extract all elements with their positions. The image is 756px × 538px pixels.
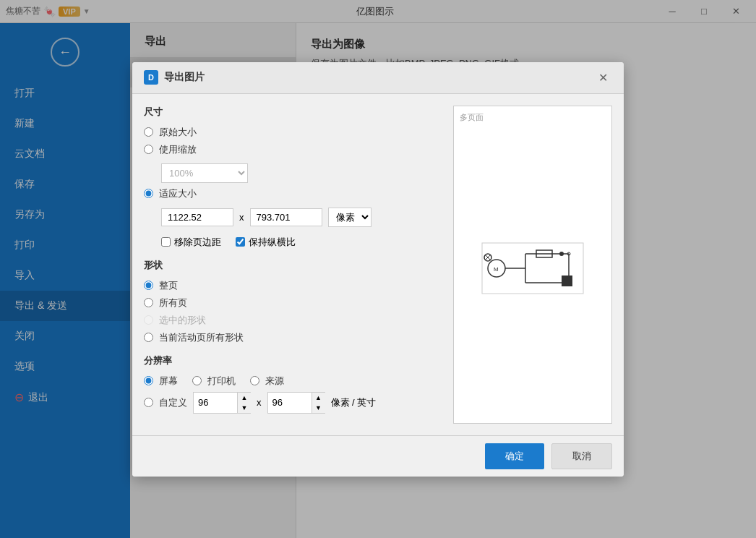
size-section: 尺寸 原始大小 使用缩放 100% bbox=[144, 106, 442, 249]
res-custom-radio[interactable] bbox=[144, 398, 153, 407]
res-custom-input1: ▲ ▼ bbox=[193, 392, 251, 414]
shape-selected-label[interactable]: 选中的形状 bbox=[159, 314, 206, 327]
shape-allpages-label[interactable]: 所有页 bbox=[159, 296, 187, 309]
shape-section: 形状 整页 所有页 选中的形状 bbox=[144, 259, 442, 344]
size-fit-radio[interactable] bbox=[144, 189, 153, 198]
res-custom-radio-row: 自定义 bbox=[144, 396, 187, 409]
shape-selected-row: 选中的形状 bbox=[144, 314, 442, 327]
dialog-settings: 尺寸 原始大小 使用缩放 100% bbox=[144, 106, 442, 424]
dialog-preview: 多页面 M bbox=[453, 106, 612, 424]
res-val1-input[interactable] bbox=[194, 394, 237, 411]
shape-current-radio[interactable] bbox=[144, 333, 153, 342]
res-source-radio[interactable] bbox=[250, 376, 259, 385]
svg-rect-11 bbox=[562, 276, 572, 286]
res-val2-input[interactable] bbox=[268, 394, 312, 411]
size-x-separator: x bbox=[239, 212, 244, 223]
shape-current-label[interactable]: 当前活动页所有形状 bbox=[159, 331, 244, 344]
resolution-section: 分辨率 屏幕 打印机 来源 bbox=[144, 354, 442, 414]
zoom-row: 100% bbox=[144, 163, 442, 183]
size-zoom-row: 使用缩放 bbox=[144, 143, 442, 156]
svg-point-9 bbox=[559, 252, 564, 256]
dialog-title-bar: D 导出图片 ✕ bbox=[132, 62, 624, 94]
res-x-separator: x bbox=[257, 397, 262, 408]
shape-radio-group: 整页 所有页 选中的形状 当前活动页所有形状 bbox=[144, 279, 442, 344]
res-custom-label[interactable]: 自定义 bbox=[159, 396, 187, 409]
size-original-row: 原始大小 bbox=[144, 126, 442, 139]
preview-area: 多页面 M bbox=[454, 106, 611, 423]
keep-ratio-checkbox[interactable] bbox=[236, 237, 245, 247]
res-screen-label[interactable]: 屏幕 bbox=[159, 375, 178, 388]
size-input-row: x 像素 bbox=[144, 208, 442, 227]
res-screen-row: 屏幕 bbox=[144, 375, 178, 388]
res-screen-radio[interactable] bbox=[144, 376, 153, 385]
svg-text:M: M bbox=[494, 266, 499, 273]
shape-selected-radio[interactable] bbox=[144, 315, 153, 325]
preview-label: 多页面 bbox=[460, 112, 484, 123]
res-custom-input2: ▲ ▼ bbox=[267, 392, 325, 414]
res-spin2: ▲ ▼ bbox=[312, 393, 325, 413]
res-source-row: 来源 bbox=[250, 375, 284, 388]
dialog-title-icon: D bbox=[144, 70, 158, 85]
size-fit-label[interactable]: 适应大小 bbox=[159, 187, 197, 200]
res-spin2-down[interactable]: ▼ bbox=[312, 403, 325, 413]
res-spin1-up[interactable]: ▲ bbox=[238, 393, 251, 403]
res-source-label[interactable]: 来源 bbox=[265, 375, 284, 388]
size-zoom-radio[interactable] bbox=[144, 145, 153, 154]
remove-margin-checkbox[interactable] bbox=[161, 237, 171, 247]
size-radio-group: 原始大小 使用缩放 100% 适应大 bbox=[144, 126, 442, 249]
shape-fullpage-label[interactable]: 整页 bbox=[159, 279, 178, 292]
resolution-custom-row: 自定义 ▲ ▼ x ▲ bbox=[144, 392, 442, 414]
size-original-label[interactable]: 原始大小 bbox=[159, 126, 197, 139]
res-spin1: ▲ ▼ bbox=[237, 393, 251, 413]
shape-fullpage-row: 整页 bbox=[144, 279, 442, 292]
res-printer-radio[interactable] bbox=[192, 376, 202, 385]
shape-allpages-row: 所有页 bbox=[144, 296, 442, 309]
unit-select[interactable]: 像素 bbox=[328, 208, 371, 227]
zoom-select[interactable]: 100% bbox=[161, 163, 248, 183]
remove-margin-label[interactable]: 移除页边距 bbox=[161, 236, 221, 249]
height-input[interactable] bbox=[250, 208, 322, 226]
res-spin1-down[interactable]: ▼ bbox=[238, 403, 251, 413]
confirm-button[interactable]: 确定 bbox=[485, 443, 544, 469]
resolution-radio-row: 屏幕 打印机 来源 bbox=[144, 375, 442, 388]
res-unit-label: 像素 / 英寸 bbox=[331, 396, 377, 409]
size-section-title: 尺寸 bbox=[144, 106, 442, 119]
res-printer-row: 打印机 bbox=[192, 375, 236, 388]
shape-allpages-radio[interactable] bbox=[144, 298, 153, 307]
dialog-footer: 确定 取消 bbox=[132, 435, 624, 477]
res-printer-label[interactable]: 打印机 bbox=[207, 375, 236, 388]
dialog-title-text: 导出图片 bbox=[164, 71, 205, 84]
dialog-body: 尺寸 原始大小 使用缩放 100% bbox=[132, 94, 624, 435]
shape-current-row: 当前活动页所有形状 bbox=[144, 331, 442, 344]
size-fit-row: 适应大小 bbox=[144, 187, 442, 200]
width-input[interactable] bbox=[161, 208, 233, 226]
cancel-button[interactable]: 取消 bbox=[551, 443, 612, 469]
size-original-radio[interactable] bbox=[144, 127, 153, 137]
dialog-overlay: D 导出图片 ✕ 尺寸 原始大小 bbox=[0, 0, 756, 538]
keep-ratio-label[interactable]: 保持纵横比 bbox=[236, 236, 296, 249]
shape-section-title: 形状 bbox=[144, 259, 442, 272]
size-zoom-label[interactable]: 使用缩放 bbox=[159, 143, 197, 156]
shape-fullpage-radio[interactable] bbox=[144, 281, 153, 290]
diagram-preview-svg: M bbox=[475, 229, 590, 301]
dialog-close-button[interactable]: ✕ bbox=[594, 69, 612, 86]
checkbox-row: 移除页边距 保持纵横比 bbox=[144, 236, 442, 249]
resolution-section-title: 分辨率 bbox=[144, 354, 442, 367]
export-dialog: D 导出图片 ✕ 尺寸 原始大小 bbox=[132, 62, 624, 477]
res-spin2-up[interactable]: ▲ bbox=[312, 393, 325, 403]
